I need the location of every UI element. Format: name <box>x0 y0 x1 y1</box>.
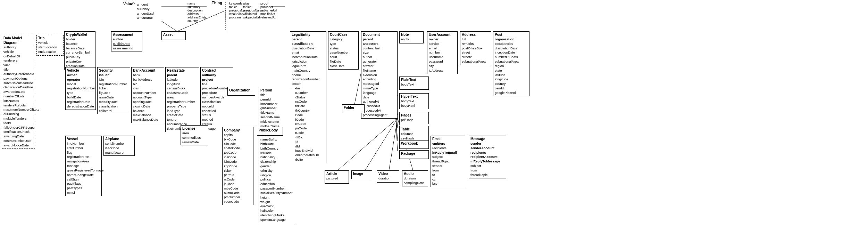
bankaccount-box: BankAccount bankbankAddressbiciban accou… <box>131 67 164 123</box>
article-box: Article pictured <box>325 170 349 184</box>
article-fields: pictured <box>326 176 347 181</box>
license-box: License areacommoditiesreviewDate <box>181 125 208 145</box>
pages-box: Pages pdfHash <box>399 112 429 124</box>
license-fields: areacommoditiesreviewDate <box>182 131 207 144</box>
bankaccount-fields: bankbankAddressbiciban accountNumberacco… <box>133 73 162 122</box>
security-box: Security issuer isinregistrationNumberti… <box>97 67 130 114</box>
airplane-box: Airplane serialNumbericaoCodemanufacture… <box>103 136 135 156</box>
callfortenders-box: Data Model Diagram authorityvehicleonBeh… <box>2 35 35 149</box>
hypertext-title: HyperText <box>401 94 427 99</box>
table-box: Table columnscsvHash <box>399 126 429 142</box>
company-box: Company capitalbikCodecikCodecoatoCode t… <box>222 127 253 205</box>
pages-fields: pdfHash <box>401 118 427 122</box>
airplane-fields: serialNumbericaoCodemanufacturer <box>105 142 133 155</box>
hypertext-fields: bodyTextbodyHtml <box>401 99 427 108</box>
table-fields: columnscsvHash <box>401 132 427 141</box>
organization-title: Organization <box>229 88 253 93</box>
vessel-title: Vessel <box>67 137 100 141</box>
address-box: Address fullremarkspostOfficeBoxstreet s… <box>460 31 491 65</box>
realestate-box: RealEstate parent latitudelongitudecensu… <box>165 67 199 132</box>
svg-line-14 <box>365 118 398 171</box>
person-fields: titlepermIdimoNumberglnNumber titleNames… <box>260 93 293 222</box>
thing-label: Thing <box>212 1 222 5</box>
video-title: Video <box>378 171 398 176</box>
value-label: Value <box>123 2 133 6</box>
address-fields: fullremarkspostOfficeBoxstreet street2su… <box>462 37 490 64</box>
plaintext-fields: bodyText <box>401 82 427 87</box>
assessment-fields: author publishDate assessmentId <box>113 37 141 50</box>
cryptowallet-title: CryptoWallet <box>66 32 94 37</box>
folder-title: Folder <box>344 105 363 110</box>
svg-line-15 <box>389 118 398 171</box>
organization-box: Organization <box>227 87 255 96</box>
post-title: Post <box>495 32 528 37</box>
assessment-title: Assessment <box>113 32 141 37</box>
company-fields: capitalbikCodecikCodecoatoCode topCodein… <box>224 133 252 204</box>
message-fields: sender senderAccount recipients recipien… <box>470 142 504 177</box>
trip-fields: vehiclestartLocationendLocation <box>38 41 62 54</box>
email-title: Email <box>432 137 464 141</box>
video-fields: duration <box>378 176 398 181</box>
svg-line-13 <box>337 118 398 171</box>
trip-box: Trip vehiclestartLocationendLocation <box>36 35 64 56</box>
bankaccount-title: BankAccount <box>133 68 162 73</box>
useraccount-title: UserAccount <box>429 32 456 37</box>
audio-box: Audio durationsamplingRate <box>402 170 428 186</box>
post-fields: organization occupanciesdissolutionDatei… <box>495 37 528 95</box>
security-fields: issuer isinregistrationNumbertickerfigCo… <box>99 73 128 113</box>
asset-title: Asset <box>163 32 184 37</box>
asset-box: Asset <box>161 31 186 40</box>
article-title: Article <box>326 171 347 176</box>
thing-left-fields: namesummarydescriptionaddressaddressEnti… <box>187 2 207 23</box>
plaintext-box: PlainText bodyText <box>399 77 429 90</box>
message-box: Message sender senderAccount recipients … <box>469 136 506 178</box>
package-box: Package <box>399 150 429 159</box>
trip-title: Trip <box>38 36 62 40</box>
legalentity-title: LegalEntity <box>292 32 325 37</box>
note-fields: entity <box>401 37 422 42</box>
security-title: Security <box>99 68 128 73</box>
document-fields: parent ancestors contentHashsizeauthorge… <box>363 37 396 118</box>
post-box: Post organization occupanciesdissolution… <box>493 31 529 96</box>
person-box: Person titlepermIdimoNumberglnNumber tit… <box>259 87 295 223</box>
legalentity-fields: parent classification dissolutionDateema… <box>292 37 325 162</box>
useraccount-box: UserAccount owner serviceemailnumberuser… <box>427 31 458 74</box>
vehicle-fields: owner operator modelregistrationNumberty… <box>67 73 94 109</box>
legalentity-box: LegalEntity parent classification dissol… <box>290 31 326 163</box>
document-title: Document <box>363 32 396 37</box>
audio-fields: durationsamplingRate <box>404 176 426 185</box>
license-title: License <box>182 126 207 131</box>
pages-title: Pages <box>401 113 427 118</box>
publicbody-title: PublicBody <box>259 128 281 132</box>
image-title: Image <box>353 171 370 176</box>
alias-fields: aliastopicspreviousNamewikidataIdwikiped… <box>243 2 263 19</box>
hypertext-box: HyperText bodyTextbodyHtml <box>399 93 429 109</box>
person-title: Person <box>260 88 293 93</box>
publicbody-box: PublicBody <box>257 127 283 136</box>
package-title: Package <box>401 151 427 156</box>
diagram-container: Data Model Diagram authorityvehicleonBeh… <box>0 0 868 249</box>
folder-box: Folder <box>342 104 365 113</box>
table-title: Table <box>401 127 427 131</box>
airplane-title: Airplane <box>105 137 133 141</box>
vehicle-title: Vehicle <box>67 68 94 73</box>
audio-title: Audio <box>404 171 426 176</box>
image-box: Image <box>351 170 372 179</box>
value-fields-box: amountcurrencyamountUsdamountEur <box>135 2 161 21</box>
address-title: Address <box>462 32 490 37</box>
cryptowallet-fields: holderbalancebalanceDatecurrencySymbol p… <box>66 37 94 69</box>
plaintext-title: PlainText <box>401 78 427 82</box>
assessment-box: Assessment author publishDate assessment… <box>111 31 142 51</box>
realestate-fields: parent latitudelongitudecensusBlockcadas… <box>167 73 198 131</box>
vessel-fields: imoNumbercrsNumberflagregistrationPort n… <box>67 142 100 195</box>
courtcase-fields: categorytypestatuscaseNumber courtfileDa… <box>330 37 357 69</box>
vehicle-box: Vehicle owner operator modelregistration… <box>65 67 96 110</box>
courtcase-box: CourtCase categorytypestatuscaseNumber c… <box>328 31 359 70</box>
callfortenders-fields: authorityvehicleonBehalfOftenderersvalid… <box>3 45 33 148</box>
cryptowallet-box: CryptoWallet holderbalancebalanceDatecur… <box>64 31 95 70</box>
note-title: Note <box>401 32 422 37</box>
contract-box: Contract authority project titleprocedur… <box>200 67 233 132</box>
document-box: Document parent ancestors contentHashsiz… <box>361 31 398 119</box>
realestate-title: RealEstate <box>167 68 198 73</box>
callfortenders-title: Data Model Diagram <box>3 36 33 45</box>
